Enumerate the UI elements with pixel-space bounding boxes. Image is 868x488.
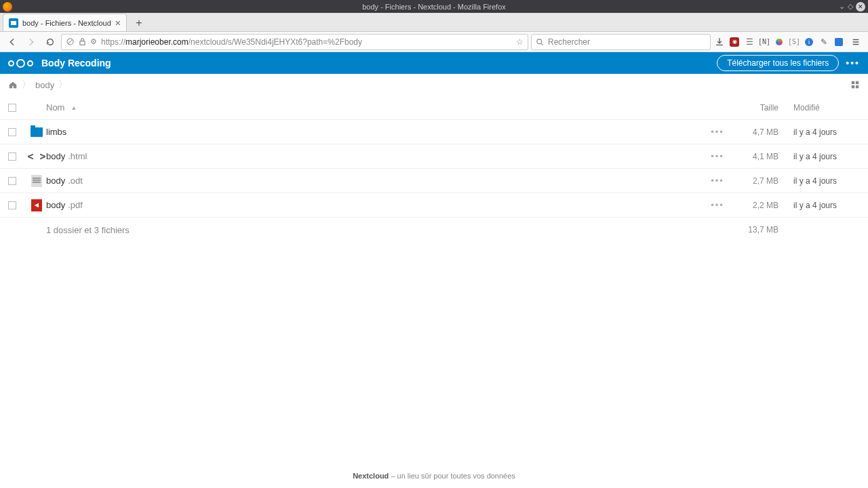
row-checkbox[interactable]	[8, 201, 16, 209]
row-actions-icon[interactable]: •••	[704, 127, 731, 137]
extension-icon-7[interactable]	[833, 36, 845, 48]
file-row[interactable]: < >body.html•••4,1 MBil y a 4 jours	[0, 144, 868, 169]
row-actions-icon[interactable]: •••	[704, 176, 731, 186]
lock-icon	[79, 37, 86, 46]
file-list-header: Nom ▲ Taille Modifié	[0, 96, 868, 120]
breadcrumb-separator-icon: 〉	[58, 79, 68, 91]
row-actions-icon[interactable]: •••	[704, 151, 731, 161]
url-host: marjorieober.com	[125, 37, 189, 47]
window-minimize-icon[interactable]: ⌄	[839, 2, 845, 11]
file-modified: il y a 4 jours	[778, 176, 860, 186]
row-checkbox[interactable]	[8, 152, 16, 161]
firefox-icon	[3, 2, 12, 12]
row-checkbox[interactable]	[8, 128, 16, 136]
ublock-icon[interactable]: ◉	[728, 36, 741, 48]
download-all-button[interactable]: Télécharger tous les fichiers	[717, 55, 839, 71]
search-placeholder: Rechercher	[548, 37, 590, 47]
window-title: body - Fichiers - Nextcloud - Mozilla Fi…	[362, 3, 506, 11]
view-grid-toggle[interactable]	[850, 80, 860, 89]
file-row[interactable]: limbs•••4,7 MBil y a 4 jours	[0, 120, 868, 144]
nextcloud-logo[interactable]	[8, 59, 33, 68]
breadcrumb-home[interactable]	[8, 80, 18, 89]
file-row[interactable]: body.odt•••2,7 MBil y a 4 jours	[0, 169, 868, 193]
file-modified: il y a 4 jours	[778, 201, 860, 210]
shield-icon	[66, 37, 75, 46]
window-maximize-icon[interactable]: ◇	[848, 2, 853, 11]
app-menu-button[interactable]	[848, 34, 864, 50]
browser-tabstrip: body - Fichiers - Nextcloud × +	[0, 13, 868, 32]
extension-icon-6[interactable]: ✎	[818, 36, 830, 48]
row-actions-icon[interactable]: •••	[704, 200, 731, 210]
summary-size: 13,7 MB	[731, 225, 778, 235]
url-bar[interactable]: ⚙ https:// marjorieober.com /nextcloud/s…	[61, 34, 528, 50]
bookmark-star-icon[interactable]: ☆	[516, 37, 524, 47]
svg-line-4	[541, 43, 542, 45]
file-size: 2,7 MB	[731, 176, 778, 186]
file-size: 2,2 MB	[731, 201, 778, 210]
url-scheme: https://	[101, 37, 125, 47]
tab-title: body - Fichiers - Nextcloud	[22, 19, 111, 27]
file-list-summary: 1 dossier et 3 fichiers 13,7 MB	[0, 218, 868, 242]
nav-reload-button[interactable]	[42, 34, 58, 50]
share-title: Body Recoding	[41, 58, 111, 68]
svg-point-3	[537, 39, 542, 43]
breadcrumb-separator-icon: 〉	[22, 79, 31, 91]
select-all-checkbox[interactable]	[8, 104, 16, 112]
pdf-file-icon	[30, 199, 43, 212]
nextcloud-header: Body Recoding Télécharger tous les fichi…	[0, 52, 868, 74]
column-header-name[interactable]: Nom ▲	[46, 102, 704, 113]
browser-tab[interactable]: body - Fichiers - Nextcloud ×	[3, 14, 127, 31]
os-titlebar: body - Fichiers - Nextcloud - Mozilla Fi…	[0, 0, 868, 13]
extension-icon-2[interactable]: [N]	[758, 36, 770, 48]
extension-icon-1[interactable]: ☰	[743, 36, 755, 48]
file-modified: il y a 4 jours	[778, 152, 860, 161]
nav-back-button[interactable]	[4, 34, 20, 50]
svg-line-1	[68, 39, 73, 44]
window-close-icon[interactable]: ✕	[856, 2, 865, 12]
file-size: 4,7 MB	[731, 127, 778, 137]
header-more-icon[interactable]: •••	[846, 58, 860, 68]
svg-rect-9	[856, 81, 859, 84]
summary-text: 1 dossier et 3 fichiers	[46, 225, 704, 235]
nextcloud-favicon	[9, 18, 18, 28]
new-tab-button[interactable]: +	[131, 15, 147, 31]
breadcrumb-bar: 〉 body 〉	[0, 74, 868, 96]
code-file-icon: < >	[30, 150, 43, 163]
file-name[interactable]: body.odt	[46, 176, 704, 186]
row-checkbox[interactable]	[8, 177, 16, 185]
folder-icon	[30, 125, 43, 139]
file-modified: il y a 4 jours	[778, 127, 860, 137]
nav-forward-button[interactable]	[23, 34, 39, 50]
svg-rect-8	[852, 81, 854, 84]
extension-icon-3[interactable]	[773, 36, 785, 48]
sort-ascending-icon: ▲	[71, 104, 77, 111]
svg-rect-11	[856, 85, 859, 88]
breadcrumb-current[interactable]: body	[35, 80, 54, 90]
svg-rect-2	[80, 41, 85, 45]
home-icon	[8, 80, 18, 89]
browser-navbar: ⚙ https:// marjorieober.com /nextcloud/s…	[0, 32, 868, 52]
svg-rect-10	[852, 85, 854, 88]
search-icon	[536, 38, 544, 46]
download-icon[interactable]	[713, 36, 726, 48]
file-name[interactable]: limbs	[46, 127, 704, 137]
document-file-icon	[30, 174, 43, 188]
permissions-icon: ⚙	[90, 37, 97, 46]
extension-icon-5[interactable]: i	[803, 36, 815, 48]
file-name[interactable]: body.html	[46, 151, 704, 161]
extension-icon-4[interactable]: [S]	[788, 36, 800, 48]
tab-close-icon[interactable]: ×	[115, 18, 121, 28]
url-path: /nextcloud/s/We35Ndi4jEHYXt6?path=%2Fbod…	[189, 37, 362, 47]
file-row[interactable]: body.pdf•••2,2 MBil y a 4 jours	[0, 193, 868, 218]
file-size: 4,1 MB	[731, 152, 778, 161]
browser-search-bar[interactable]: Rechercher	[531, 34, 711, 50]
file-name[interactable]: body.pdf	[46, 200, 704, 210]
column-header-modified[interactable]: Modifié	[778, 103, 860, 113]
file-list: Nom ▲ Taille Modifié limbs•••4,7 MBil y …	[0, 96, 868, 242]
column-header-size[interactable]: Taille	[731, 103, 778, 113]
